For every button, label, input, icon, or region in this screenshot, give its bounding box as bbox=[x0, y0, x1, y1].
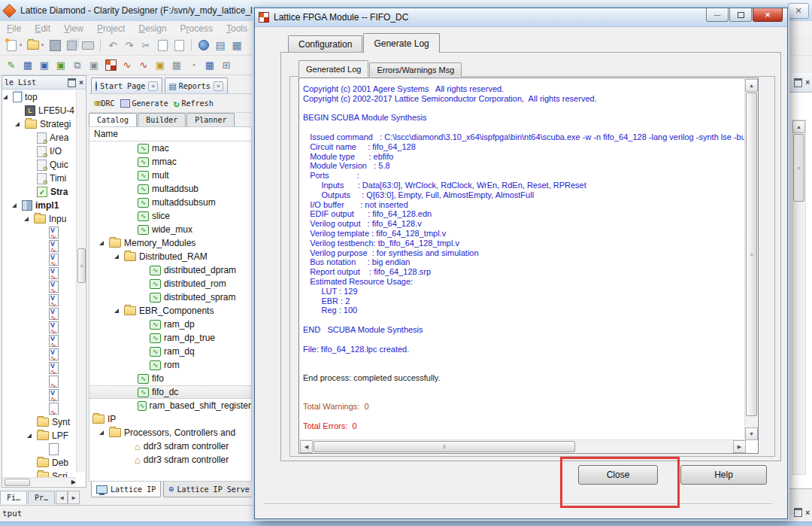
close-panel-icon[interactable]: × bbox=[805, 509, 810, 517]
tree-item-vfile[interactable] bbox=[2, 348, 77, 361]
minimize-button[interactable]: — bbox=[706, 8, 729, 22]
expand-arrow-icon[interactable] bbox=[24, 217, 29, 221]
tree-item-vfile[interactable] bbox=[2, 226, 77, 239]
tab-reports[interactable]: ▤ Reports ✕ bbox=[165, 78, 228, 93]
file-list-horizontal-scrollbar[interactable]: ▶ bbox=[2, 477, 76, 486]
pencil-icon[interactable]: ✎ bbox=[5, 59, 18, 72]
expand-arrow-icon[interactable] bbox=[12, 203, 17, 208]
menu-file[interactable]: File bbox=[0, 22, 28, 35]
tree-item-distributed-spram[interactable]: ∿distributed_spram bbox=[89, 290, 251, 304]
tab-scroll-left-icon[interactable]: ◀ bbox=[56, 491, 68, 504]
expand-arrow-icon[interactable] bbox=[114, 254, 119, 259]
menu-design[interactable]: Design bbox=[132, 22, 173, 35]
grid2-icon[interactable]: ▦ bbox=[170, 59, 183, 72]
expand-arrow-icon[interactable] bbox=[27, 433, 32, 438]
close-panel-icon[interactable]: × bbox=[79, 78, 83, 87]
close-panel-icon[interactable]: × bbox=[805, 78, 810, 87]
float-panel-icon[interactable] bbox=[794, 508, 802, 517]
wave-icon[interactable]: ∿ bbox=[137, 59, 150, 72]
save-icon[interactable] bbox=[48, 38, 62, 52]
tree-item-top[interactable]: top bbox=[2, 90, 77, 104]
float-panel-icon[interactable] bbox=[68, 78, 76, 87]
tree-item-deb[interactable]: Deb bbox=[2, 456, 77, 470]
tree-item-rom[interactable]: ∿rom bbox=[89, 358, 251, 372]
tree-item-strategi[interactable]: Strategi bbox=[2, 117, 77, 131]
expand-arrow-icon[interactable] bbox=[3, 95, 8, 99]
tree-item-vfile[interactable] bbox=[2, 321, 77, 334]
wave-arrow-icon[interactable]: ∿ bbox=[120, 59, 134, 72]
stack-icon[interactable]: ⧉ bbox=[71, 59, 84, 72]
catalog-column-header[interactable]: Name bbox=[89, 126, 252, 141]
scrollbar-thumb[interactable] bbox=[5, 479, 30, 486]
menu-view[interactable]: View bbox=[57, 22, 90, 35]
undo-icon[interactable]: ↶ bbox=[106, 38, 120, 52]
tree-item-i-o[interactable]: I/O bbox=[2, 144, 77, 158]
tree-item-fifo[interactable]: ∿fifo bbox=[89, 372, 251, 385]
tab-lattice-ip[interactable]: Lattice IP bbox=[91, 482, 161, 497]
tree-item-vfile[interactable] bbox=[2, 293, 77, 307]
menu-process[interactable]: Process bbox=[174, 22, 220, 35]
drc-button[interactable]: ⚙⚙ DRC bbox=[94, 98, 115, 108]
tree-item-vfile[interactable] bbox=[2, 361, 77, 375]
start-page-icon[interactable] bbox=[197, 38, 211, 52]
tree-item-vfile[interactable] bbox=[2, 307, 77, 321]
tree-item-vfile[interactable] bbox=[2, 266, 77, 280]
tree-item-lfe5u-4[interactable]: LLFE5U-4 bbox=[2, 104, 77, 117]
tree-item-ebr-components[interactable]: EBR_Components bbox=[89, 304, 251, 318]
tree-item-vfile[interactable] bbox=[2, 253, 77, 266]
print-icon[interactable] bbox=[81, 38, 95, 52]
tab-lattice-ip-server[interactable]: ⊕ Lattice IP Serve bbox=[163, 482, 252, 497]
menu-tools[interactable]: Tools bbox=[220, 22, 254, 35]
tree-item-ip[interactable]: IP bbox=[89, 412, 251, 426]
main-close-button[interactable]: ✕ bbox=[788, 3, 809, 19]
drop-icon[interactable]: ▾ bbox=[40, 38, 45, 52]
tab-catalog[interactable]: Catalog bbox=[89, 113, 137, 126]
tree-item-distributed-rom[interactable]: ∿distributed_rom bbox=[89, 277, 251, 290]
tree-item-memory-modules[interactable]: Memory_Modules bbox=[89, 236, 251, 250]
chip-search-icon[interactable]: ▣ bbox=[54, 59, 68, 72]
scroll-up-arrow-icon[interactable]: ▲ bbox=[745, 79, 758, 92]
chip-gray2-icon[interactable]: ▣ bbox=[87, 59, 101, 72]
cut-icon[interactable]: ✂ bbox=[139, 38, 153, 52]
tab-configuration[interactable]: Configuration bbox=[288, 35, 362, 53]
scrollbar-thumb[interactable]: ≡ bbox=[793, 134, 804, 202]
blocks-icon[interactable] bbox=[104, 59, 117, 72]
tree-item-area[interactable]: Area bbox=[2, 131, 77, 144]
generate-button[interactable]: Generate bbox=[120, 99, 168, 108]
scroll-right-arrow-icon[interactable]: ▶ bbox=[71, 479, 76, 485]
menu-edit[interactable]: Edit bbox=[28, 22, 57, 35]
scroll-left-arrow-icon[interactable]: ◀ bbox=[300, 440, 313, 453]
tree-item-ddr3-sdram-controller[interactable]: ⌂ddr3 sdram controller bbox=[89, 453, 251, 467]
save-all-icon[interactable] bbox=[65, 38, 78, 52]
chip-frame-icon[interactable]: ▣ bbox=[153, 59, 167, 72]
tree-item-mult[interactable]: ∿mult bbox=[89, 169, 251, 182]
float-panel-icon[interactable] bbox=[794, 78, 802, 87]
tab-generated-log[interactable]: Generated Log bbox=[298, 60, 368, 77]
menu-project[interactable]: Project bbox=[90, 22, 132, 35]
tree-item-processors-controllers-and[interactable]: Processors, Controllers and bbox=[89, 426, 251, 439]
tree-item-distributed-ram[interactable]: Distributed_RAM bbox=[89, 250, 251, 263]
tree-item-vfile[interactable] bbox=[2, 239, 77, 253]
expand-arrow-icon[interactable] bbox=[114, 309, 119, 313]
tree-item-vfile[interactable] bbox=[2, 280, 77, 293]
tree-item-mac[interactable]: ∿mac bbox=[89, 141, 251, 155]
paste-icon[interactable] bbox=[172, 38, 186, 52]
drop-icon[interactable]: ▾ bbox=[18, 38, 23, 52]
tree-item-impl1[interactable]: impl1 bbox=[2, 199, 77, 212]
tab-generate-log[interactable]: Generate Log bbox=[363, 33, 439, 53]
tab-errors-warnings-msg[interactable]: Errors/Warnings Msg bbox=[369, 62, 462, 77]
copy-icon[interactable] bbox=[156, 38, 169, 52]
tree-item-distributed-dpram[interactable]: ∿distributed_dpram bbox=[89, 263, 251, 277]
close-tab-icon[interactable]: ✕ bbox=[148, 81, 158, 91]
help-button[interactable]: Help bbox=[680, 465, 767, 485]
tree-item-ram-dp-true[interactable]: ∿ram_dp_true bbox=[89, 331, 251, 345]
tree-item-ram-dp[interactable]: ∿ram_dp bbox=[89, 318, 251, 331]
tree-item-vfile[interactable] bbox=[2, 334, 77, 348]
scrollbar-thumb[interactable]: ⦀ bbox=[314, 441, 575, 452]
grid-icon-icon[interactable]: ▦ bbox=[230, 38, 244, 52]
tree-item-quic[interactable]: Quic bbox=[2, 158, 77, 172]
log-vertical-scrollbar[interactable]: ▲ ≡ ▼ bbox=[744, 79, 757, 440]
log-horizontal-scrollbar[interactable]: ◀ ⦀ ▶ bbox=[300, 439, 746, 452]
scroll-right-arrow-icon[interactable]: ▶ bbox=[733, 440, 746, 453]
tab-builder[interactable]: Builder bbox=[138, 113, 186, 126]
